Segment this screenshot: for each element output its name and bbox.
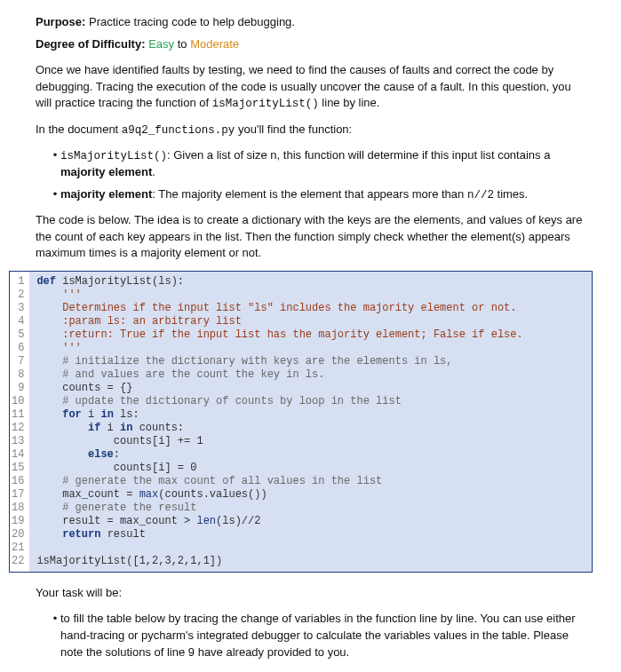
code-area: def isMajorityList(ls): ''' Determines i… — [29, 272, 592, 572]
intro-paragraph-1: Once we have identified faults by testin… — [36, 62, 585, 113]
task-item-error: there is a small error in this function;… — [60, 668, 585, 672]
difficulty-to: to — [178, 37, 187, 51]
difficulty-line: Degree of Difficulty: Easy to Moderate — [36, 36, 585, 53]
task-item-trace: to fill the table below by tracing the c… — [60, 611, 585, 661]
code-inline-ismajoritylist: isMajorityList() — [212, 98, 319, 110]
difficulty-moderate: Moderate — [190, 37, 239, 51]
task-lead: Your task will be: — [36, 585, 585, 602]
purpose-text: Practice tracing code to help debugging. — [89, 15, 295, 28]
description-paragraph: The code is below. The idea is to create… — [36, 212, 585, 263]
intro-paragraph-2: In the document a9q2_functions.py you'll… — [36, 122, 585, 138]
definition-item-function: isMajorityList(): Given a list of size n… — [60, 147, 585, 181]
code-gutter: 1 2 3 4 5 6 7 8 9 10 11 12 13 14 15 16 1… — [10, 272, 29, 572]
task-list: to fill the table below by tracing the c… — [36, 611, 585, 672]
purpose-label: Purpose: — [36, 15, 85, 28]
definition-item-majority: majority element: The majority element i… — [60, 186, 585, 203]
definition-list: isMajorityList(): Given a list of size n… — [36, 147, 585, 203]
difficulty-easy: Easy — [148, 37, 174, 51]
code-block: 1 2 3 4 5 6 7 8 9 10 11 12 13 14 15 16 1… — [9, 271, 593, 573]
difficulty-label: Degree of Difficulty: — [36, 37, 146, 51]
code-inline-filename: a9q2_functions.py — [122, 124, 235, 137]
purpose-line: Purpose: Practice tracing code to help d… — [36, 14, 585, 31]
